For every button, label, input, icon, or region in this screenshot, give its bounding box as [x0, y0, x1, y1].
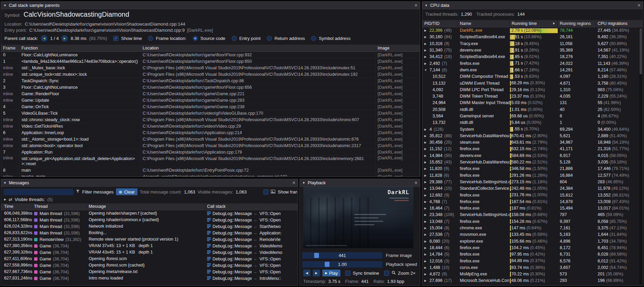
expand-icon[interactable]: ▶ — [424, 199, 429, 205]
show-frame-checkbox[interactable] — [263, 189, 268, 195]
callstack-table-row[interactable]: 5VideoGLBase::TickC:\Users\wolf\Desktop\… — [1, 110, 420, 117]
callstack-icon[interactable] — [207, 262, 211, 269]
cpu-row[interactable]: ▶27,696(17)Microsoft.ServiceHub.Controll… — [422, 277, 643, 284]
radio-entry-point[interactable] — [232, 36, 237, 41]
cpu-row[interactable]: 13,132uDWM Event Thread68.29 ms (0.30%)4… — [422, 80, 643, 86]
cpu-row[interactable]: ▶22,396(49)DarkRL.exe2.79 s (12.06%)78,7… — [422, 27, 643, 34]
expand-icon[interactable]: ▶ — [424, 139, 429, 146]
expand-icon[interactable]: ▶ — [424, 218, 429, 225]
close-icon[interactable]: × — [638, 3, 641, 8]
collapse-icon[interactable]: ▼ — [424, 67, 429, 73]
visible-threads-row[interactable]: ▶ ⇄ Visible threads: (5) — [4, 197, 53, 202]
message-row[interactable]: 627,411,606nsGame(36,704)Opening /forest… — [1, 256, 298, 262]
expand-icon[interactable]: ▶ — [424, 205, 429, 212]
callstack-table-row[interactable]: inlinestd::_Mutex_base::lockC:\Program F… — [1, 65, 420, 71]
callstack-icon[interactable] — [207, 275, 211, 282]
expand-icon[interactable]: ▶ — [424, 133, 429, 139]
cpu-row[interactable]: ▶30,160(84)ScriptedSandbox64.exe2.51 s (… — [422, 34, 643, 40]
message-row[interactable]: 627,313,190nsRemoteView(31,392)Remote vi… — [1, 236, 298, 243]
clear-button[interactable]: ⊗Clear — [116, 188, 137, 195]
cpu-row[interactable]: ▶23,348(106)ServiceHub.SettingsHost.exe1… — [422, 212, 643, 218]
playback-speed-slider[interactable]: 1.00 — [302, 261, 382, 268]
message-callstack[interactable]: DebugLog::Message←VideoMemo — [205, 243, 298, 249]
col-header-pid-tid[interactable]: PID/TID — [422, 20, 458, 27]
frame-image-slider[interactable]: 441 — [302, 252, 382, 259]
scrollbar-thumb[interactable] — [640, 28, 642, 74]
message-row[interactable]: 626,833,622nsMain thread(31,596)Booting.… — [1, 230, 298, 236]
message-row[interactable]: 627,558,996nsGame(36,704)Opening /forest… — [1, 262, 298, 269]
message-callstack[interactable]: DebugLog::Message←Application: — [205, 230, 298, 236]
cpu-row[interactable]: ▶13,048(7)firefox.exe154.28 ms (0.67%)9,… — [422, 218, 643, 225]
radio-return-address[interactable] — [267, 36, 272, 41]
callstack-icon[interactable] — [207, 249, 211, 256]
cpu-row[interactable]: 10,512DWM Compositor Thread1.53 s (6.63%… — [422, 73, 643, 80]
message-callstack[interactable]: DebugLog::Message←VFS::Open — [205, 269, 298, 275]
expand-icon[interactable]: ▶ — [424, 153, 429, 159]
collapse-icon[interactable]: ▼ — [3, 181, 6, 185]
expand-icon[interactable]: ▶ — [424, 192, 429, 199]
cpu-row[interactable]: ▶11,820(9)firefox.exe346.58 ms (1.50%)21… — [422, 166, 643, 172]
cpu-row[interactable]: 3,564GameInput server69.68 us (0.00%)64 … — [422, 113, 643, 119]
expand-icon[interactable]: ▶ — [424, 34, 429, 40]
show-time-checkbox[interactable] — [113, 36, 118, 41]
callstack-table-row[interactable]: inlinestd::chrono::steady_clock::nowC:\P… — [1, 117, 420, 123]
callstack-table-row[interactable]: inlineVideo::GetTicksHiResC:\Users\wolf\… — [1, 123, 420, 130]
expand-icon[interactable]: ▶ — [424, 212, 429, 218]
expand-icon[interactable]: ▶ — [424, 172, 429, 179]
cpu-row[interactable]: ▶30,456(25)steam.exe643.61 ms (2.79%)34,… — [422, 139, 643, 146]
zoom-checkbox[interactable] — [384, 271, 389, 276]
callstack-table-row[interactable]: inlinestd::unique_lock<std::mutex>::lock… — [1, 71, 420, 78]
prev-parent-button[interactable]: ◀ — [41, 35, 47, 42]
expand-icon[interactable]: ▶ — [424, 271, 429, 277]
cpu-row[interactable]: 20,508ntdll.dll1.01 ms (0.00%)4025 (62.5… — [422, 106, 643, 113]
cpu-row[interactable]: 4,092DWM LPC Port Thread29.16 ms (0.13%)… — [422, 87, 643, 93]
col-header-name[interactable]: Name — [458, 20, 510, 27]
callstack-icon[interactable] — [207, 230, 211, 236]
close-icon[interactable]: × — [414, 181, 418, 185]
callstack-table-row[interactable]: 3Floor::CalcLightNoLuminanceC:\Users\wol… — [1, 84, 420, 91]
callstack-table-row[interactable]: 2TaskDispatch::SyncC:\Users\wolf\Desktop… — [1, 78, 420, 84]
cpu-row[interactable]: 13,732ntdll.dll5.84 us (0.00%)10 (0.00%) — [422, 119, 643, 126]
callstack-table-row[interactable]: inlinestd::_Atomic_storage<bool,1>::load… — [1, 136, 420, 143]
callstack-table-row[interactable]: 1<lambda_84a19dc444fae966ca174e83e708bdc… — [1, 58, 420, 65]
message-callstack[interactable]: DebugLog::Message←RemoteVie — [205, 236, 298, 243]
callstack-titlebar[interactable]: ▼ Call stack sample parents × — [1, 2, 420, 9]
message-callstack[interactable]: DebugLog::Message←VFS::Open — [205, 210, 298, 217]
callstack-table-row[interactable]: 6Application::InnerLoopC:\Users\wolf\Des… — [1, 130, 420, 136]
callstack-table-row[interactable]: 4Game::OnTickC:\Users\wolf\Desktop\darkr… — [1, 104, 420, 110]
expand-icon[interactable]: ▶ — [424, 126, 429, 133]
close-icon[interactable]: × — [414, 3, 418, 8]
cpu-row[interactable]: ▶15,004(8)chrome.exe147 ms (0.64%)7,1613… — [422, 225, 643, 231]
message-callstack[interactable]: DebugLog::Message←VFS::Open — [205, 256, 298, 262]
cpu-row[interactable]: ▶13,044(10)StandardCollector.Service.exe… — [422, 185, 643, 192]
message-callstack[interactable]: DebugLog::Message←VFS::Open — [205, 262, 298, 269]
message-callstack[interactable]: DebugLog::Message←VideoMemo — [205, 249, 298, 256]
cpu-row[interactable]: ▶2,492(7)firefox.exe1.71 s (7.42%)24,022… — [422, 60, 643, 67]
col-header-running-time[interactable]: Running time▼ — [510, 20, 558, 27]
callstack-icon[interactable] — [207, 243, 211, 249]
cpu-row[interactable]: ▶12,692(9)firefox.exe231.76 ms (1.00%)15… — [422, 192, 643, 198]
messages-titlebar[interactable]: ▼ Messages × — [1, 179, 298, 187]
message-row[interactable]: 627,831,246nsGame(36,704)Intro menu load… — [1, 275, 298, 282]
cpu-row[interactable]: ▶1,488(10)csrss.exe83.74 ms (0.36%)3,657… — [422, 264, 643, 271]
cpu-row[interactable]: ▶31,340(75)devenv.exe1.91 s (8.26%)35,36… — [422, 47, 643, 54]
callstack-table-row[interactable]: 8mainC:\Users\wolf\Desktop\darkrl\src\En… — [1, 167, 420, 174]
cpu-row[interactable]: ▶34,412(18)ScriptedSandbox64.exe1.85 s (… — [422, 54, 643, 60]
sync-timeline-checkbox[interactable] — [345, 271, 350, 276]
cpu-titlebar[interactable]: ▼ CPU data × — [422, 2, 643, 9]
cpu-row[interactable]: ▶14,784(5)firefox.exe97.95 ms (0.42%)6,7… — [422, 251, 643, 258]
cpu-row[interactable]: 3,748DWM Token Thread23.37 ms (0.10%)4,0… — [422, 93, 643, 100]
callstack-icon[interactable] — [207, 269, 211, 275]
callstack-table-row[interactable]: 0Floor::CalcLightNoLuminanceC:\Users\wol… — [1, 52, 420, 58]
callstack-table-row[interactable]: inlineGame::UpdateC:\Users\wolf\Desktop\… — [1, 97, 420, 104]
cpu-row[interactable]: ▶11,152(12)firefox.exe632.15 ms (2.74%)4… — [422, 146, 643, 152]
cpu-row[interactable]: ▶4(126)System1.55 s (6.70%)69,29434,400 … — [422, 126, 643, 132]
filter-input[interactable] — [3, 189, 73, 195]
radio-source-code[interactable] — [193, 36, 198, 41]
expand-icon[interactable]: ▶ — [424, 185, 429, 192]
step-forward-button[interactable]: ▶ — [313, 270, 320, 276]
cpu-row[interactable]: ▶35,812(88)ServiceHub.DataWarehouseHost.… — [422, 133, 643, 139]
cpu-row[interactable]: 24,964DWM Master Input Thread5.03 ms (0.… — [422, 100, 643, 106]
callstack-table-row[interactable]: inlinestd::unique_ptr<Application,std::d… — [1, 156, 420, 167]
expand-icon[interactable]: ▶ — [424, 47, 429, 54]
